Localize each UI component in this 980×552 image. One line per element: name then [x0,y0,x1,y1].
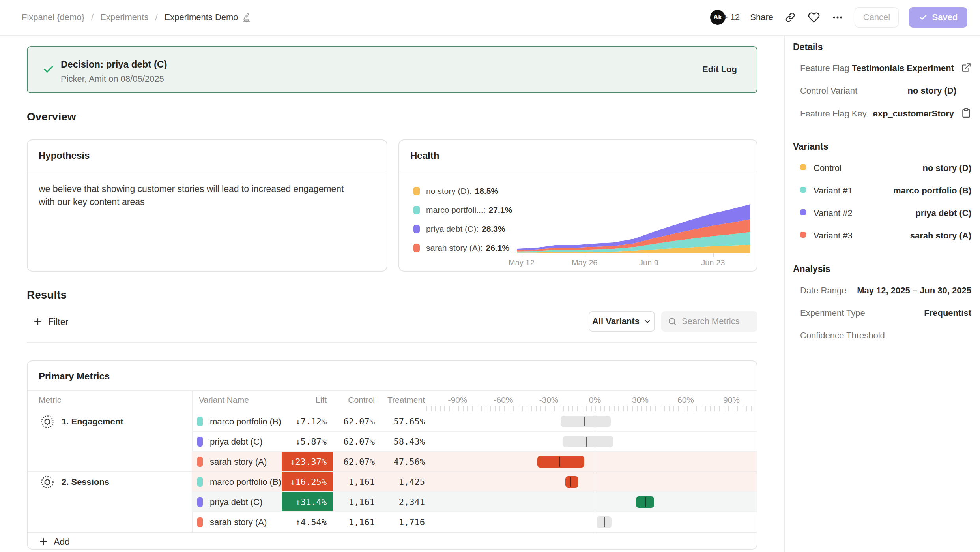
confidence-interval-bar [563,436,613,447]
variants-heading: Variants [793,141,829,152]
decision-subtitle: Picker, Amit on 08/05/2025 [61,74,164,84]
plus-icon [39,537,48,546]
hypothesis-text: we believe that showing customer stories… [28,171,367,220]
search-icon [668,317,677,326]
variant-name: sarah story (A) [210,457,267,467]
experiment-type-row: Experiment Type Frequentist [800,308,971,320]
external-link-icon[interactable] [961,62,971,73]
metric-row[interactable]: priya debt (C) ↓5.87% 62.07% 58.43% [28,432,757,452]
metric-row[interactable]: 2. Sessions marco portfolio (B) ↓16.25% … [28,472,757,492]
treatment-value: 1,425 [370,477,425,487]
copy-clipboard-icon[interactable] [961,108,971,118]
chevron-down-icon [643,317,651,325]
ci-axis-zero-tick [595,406,595,411]
axis-label: 0% [589,395,601,405]
ci-point-tick [584,417,585,426]
breadcrumb-project[interactable]: Fixpanel {demo} [22,12,84,23]
variant-row-control: Control no story (D) [800,163,971,175]
ci-axis-ruler [426,406,754,411]
control-value: 62.07% [320,417,375,426]
variant-name: sarah story (A) [210,517,267,528]
check-icon [919,13,928,22]
decision-title: Decision: priya debt (C) [61,59,167,70]
hypothesis-card: Hypothesis we believe that showing custo… [27,139,387,272]
treatment-value: 57.65% [370,417,425,426]
primary-metrics-card: Primary Metrics Metric Variant Name Lift… [27,360,757,550]
control-value: 62.07% [320,457,375,467]
metric-row[interactable]: sarah story (A) ↓23.37% 62.07% 47.56% [28,452,757,472]
details-sidebar: Details Feature Flag Testimonials Experi… [784,36,980,552]
more-options-icon[interactable] [831,11,844,24]
search-metrics-input[interactable] [682,316,749,327]
confidence-threshold-row: Confidence Threshold [800,330,971,342]
cancel-button[interactable]: Cancel [855,7,899,28]
search-metrics-box [661,311,757,332]
legend-swatch-teal [413,206,420,214]
variant-row-1: Variant #1 marco portfolio (B) [800,186,971,197]
confidence-interval-bar [565,476,578,488]
variant-name: priya debt (C) [210,437,262,447]
variant-color-chip [197,457,203,467]
treatment-value: 58.43% [370,437,425,447]
health-stacked-area-chart [517,204,750,253]
add-metric-button[interactable]: Add [28,532,757,550]
feature-flag-key-row: Feature Flag Key exp_customerStory [800,109,971,120]
top-bar: Fixpanel {demo} / Experiments / Experime… [0,0,980,36]
hypothesis-title: Hypothesis [28,140,387,171]
variant-row-3: Variant #3 sarah story (A) [800,231,971,242]
variant-row-2: Variant #2 priya debt (C) [800,208,971,220]
copy-link-icon[interactable] [784,11,797,24]
zero-gridline [595,472,595,492]
decision-check-icon [43,64,54,75]
legend-item: sarah story (A): 26.1% [413,238,512,257]
edit-log-button[interactable]: Edit Log [702,64,737,75]
divider [27,342,757,343]
page-title: Experiments Demo [165,12,238,23]
axis-label: 60% [677,395,694,405]
control-value: 1,161 [320,477,375,487]
metric-row[interactable]: 1. Engagement marco portfolio (B) ↓7.12%… [28,411,757,432]
metric-group-label: 1. Engagement [40,411,123,432]
metric-row[interactable]: sarah story (A) ↑4.54% 1,161 1,716 [28,512,757,532]
breadcrumb-experiments[interactable]: Experiments [100,12,148,23]
favorite-heart-icon[interactable] [807,11,821,24]
metric-icon [40,475,54,489]
metric-row[interactable]: priya debt (C) ↑31.4% 1,161 2,341 [28,492,757,512]
axis-label: -30% [539,395,558,405]
legend-item: priya debt (C): 28.3% [413,220,512,238]
zero-gridline [595,492,595,512]
variants-filter-dropdown[interactable]: All Variants [589,311,655,332]
ci-point-tick [645,497,646,507]
ci-point-tick [586,437,587,447]
legend-item: no story (D): 18.5% [413,182,512,201]
details-heading: Details [793,42,823,53]
control-value: 1,161 [320,497,375,507]
variant-color-chip [197,417,203,426]
legend-swatch-salmon [413,244,420,252]
metric-rows: 1. Engagement marco portfolio (B) ↓7.12%… [28,411,757,532]
breadcrumb-current: Experiments Demo [165,12,252,23]
collaborators-count[interactable]: + 12 [723,12,740,23]
variant-color-chip [197,477,203,487]
variant-color-chip [197,437,203,447]
col-treatment: Treatment [370,395,425,405]
axis-label: 90% [723,395,740,405]
confidence-interval-bar [537,456,584,468]
ci-point-tick [570,477,571,487]
results-heading: Results [27,289,67,301]
treatment-value: 1,716 [370,517,425,527]
zero-gridline [595,512,595,532]
legend-swatch-yellow [413,187,420,195]
control-variant-row: Control Variant no story (D) [800,86,971,98]
variant-color-chip [197,517,203,527]
ci-point-tick [604,517,605,527]
variant-name: priya debt (C) [210,497,262,507]
axis-label: 30% [632,395,649,405]
variant-color-chip [800,209,806,215]
saved-button[interactable]: Saved [909,7,967,28]
add-filter-button[interactable]: Filter [33,312,68,332]
divider [28,390,757,391]
share-button[interactable]: Share [750,12,773,23]
feature-flag-row: Feature Flag Testimonials Experiment [800,63,971,75]
control-value: 62.07% [320,437,375,447]
